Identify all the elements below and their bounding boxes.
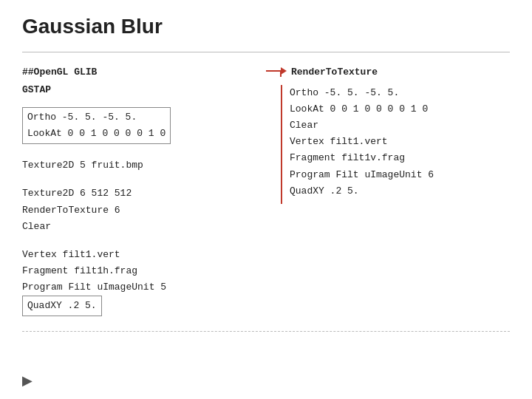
- right-header: RenderToTexture: [291, 64, 378, 81]
- right-panel: RenderToTexture Ortho -5. 5. -5. 5. Look…: [259, 64, 510, 316]
- left-block4-line4: QuadXY .2 5.: [27, 300, 97, 311]
- left-code-block: ##OpenGL GLIB GSTAP Ortho -5. 5. -5. 5. …: [22, 64, 244, 316]
- right-line3: Clear: [290, 117, 510, 134]
- left-block1-line2: LookAt 0 0 1 0 0 0 0 1 0: [27, 126, 166, 142]
- left-panel: ##OpenGL GLIB GSTAP Ortho -5. 5. -5. 5. …: [22, 64, 259, 316]
- right-code-lines: Ortho -5. 5. -5. 5. LookAt 0 0 1 0 0 0 0…: [281, 85, 510, 204]
- left-block4-line1: Vertex filt1.vert: [22, 247, 244, 263]
- right-panel-header: RenderToTexture: [266, 64, 510, 81]
- page: Gaussian Blur ##OpenGL GLIB GSTAP Ortho …: [0, 0, 532, 399]
- left-block3-line2: RenderToTexture 6: [22, 202, 244, 219]
- svg-marker-1: [281, 67, 287, 75]
- bottom-triangle-icon: ▶: [22, 372, 33, 389]
- bottom-divider: [22, 331, 510, 332]
- ortho-lookat-box: Ortho -5. 5. -5. 5. LookAt 0 0 1 0 0 0 0…: [22, 107, 171, 144]
- left-block1-line1: Ortho -5. 5. -5. 5.: [27, 109, 166, 126]
- left-block4-line3: Program Filt uImageUnit 5: [22, 279, 244, 296]
- left-block2-line1: Texture2D 5 fruit.bmp: [22, 157, 244, 174]
- left-header2: GSTAP: [22, 82, 244, 98]
- top-divider: [22, 52, 510, 52]
- left-block3-line1: Texture2D 6 512 512: [22, 185, 244, 202]
- left-block4-line2: Fragment filt1h.frag: [22, 263, 244, 279]
- right-line5: Fragment filt1v.frag: [290, 150, 510, 166]
- right-line2: LookAt 0 0 1 0 0 0 0 1 0: [290, 101, 510, 117]
- quadxy-box-left: QuadXY .2 5.: [22, 296, 102, 316]
- left-block3-line3: Clear: [22, 219, 244, 235]
- left-header1: ##OpenGL GLIB: [22, 64, 244, 81]
- right-line7: QuadXY .2 5.: [290, 183, 510, 200]
- arrow-icon: [266, 65, 287, 80]
- main-content: ##OpenGL GLIB GSTAP Ortho -5. 5. -5. 5. …: [22, 64, 510, 316]
- right-line4: Vertex filt1.vert: [290, 134, 510, 150]
- right-line1: Ortho -5. 5. -5. 5.: [290, 85, 510, 101]
- page-title: Gaussian Blur: [22, 15, 510, 38]
- right-line6: Program Filt uImageUnit 6: [290, 167, 510, 183]
